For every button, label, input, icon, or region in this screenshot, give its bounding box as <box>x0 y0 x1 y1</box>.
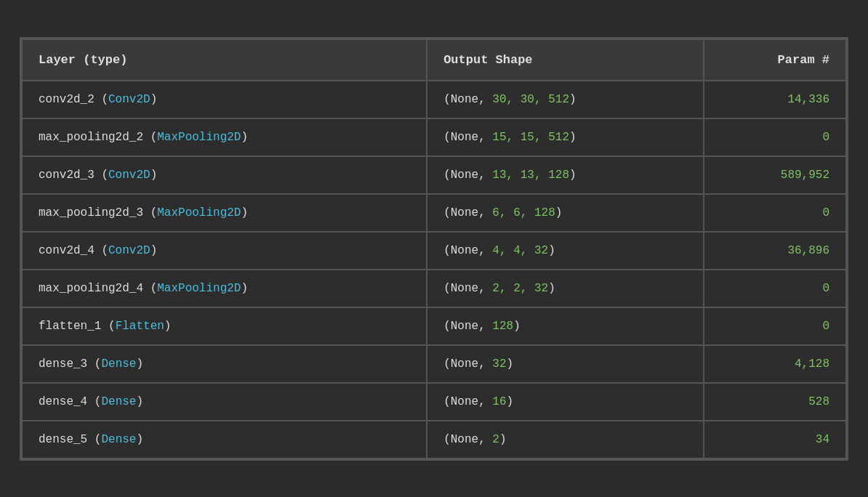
layer-type: Conv2D <box>108 169 150 182</box>
shape-nums: 30, 30, 512 <box>492 93 569 106</box>
cell-param: 589,952 <box>704 156 846 194</box>
shape-suffix: ) <box>569 93 576 106</box>
layer-name: max_pooling2d_4 <box>39 282 143 295</box>
header-layer-type: Layer (type) <box>22 39 427 81</box>
layer-name: max_pooling2d_3 <box>39 206 143 219</box>
cell-param: 0 <box>704 270 846 307</box>
shape-prefix: (None, <box>443 244 492 257</box>
cell-shape: (None, 2, 2, 32) <box>427 270 704 307</box>
layer-name: flatten_1 <box>39 320 101 333</box>
table-row: max_pooling2d_4 (MaxPooling2D)(None, 2, … <box>22 270 846 307</box>
layer-name: max_pooling2d_2 <box>39 131 143 144</box>
header-param: Param # <box>704 39 846 81</box>
shape-prefix: (None, <box>443 206 492 219</box>
layer-name: conv2d_3 <box>39 169 95 182</box>
cell-param: 36,896 <box>704 232 846 270</box>
cell-layer: conv2d_2 (Conv2D) <box>22 81 427 118</box>
shape-prefix: (None, <box>443 433 492 446</box>
cell-shape: (None, 15, 15, 512) <box>427 118 704 156</box>
shape-nums: 4, 4, 32 <box>492 244 548 257</box>
table-row: dense_3 (Dense)(None, 32)4,128 <box>22 345 846 383</box>
layer-name: dense_4 <box>39 395 87 408</box>
shape-nums: 16 <box>492 395 506 408</box>
layer-type: Flatten <box>116 320 164 333</box>
shape-suffix: ) <box>513 320 521 333</box>
cell-param: 0 <box>704 118 846 156</box>
cell-layer: max_pooling2d_3 (MaxPooling2D) <box>22 194 427 232</box>
table-row: dense_5 (Dense)(None, 2)34 <box>22 421 846 458</box>
shape-prefix: (None, <box>443 282 492 295</box>
cell-shape: (None, 2) <box>427 421 704 458</box>
cell-shape: (None, 32) <box>427 345 704 383</box>
model-summary-table: Layer (type) Output Shape Param # conv2d… <box>20 37 848 461</box>
table-row: conv2d_4 (Conv2D)(None, 4, 4, 32)36,896 <box>22 232 846 270</box>
cell-layer: max_pooling2d_2 (MaxPooling2D) <box>22 118 427 156</box>
layer-type: MaxPooling2D <box>157 131 241 144</box>
header-output-shape: Output Shape <box>427 39 704 81</box>
layer-type: MaxPooling2D <box>157 282 241 295</box>
layer-name: conv2d_4 <box>39 244 95 257</box>
shape-nums: 128 <box>492 320 513 333</box>
shape-suffix: ) <box>569 131 576 144</box>
cell-param: 0 <box>704 194 846 232</box>
shape-suffix: ) <box>555 206 563 219</box>
shape-suffix: ) <box>569 169 576 182</box>
table-row: dense_4 (Dense)(None, 16)528 <box>22 383 846 421</box>
shape-suffix: ) <box>548 244 555 257</box>
cell-layer: dense_4 (Dense) <box>22 383 427 421</box>
layer-type: MaxPooling2D <box>157 206 241 219</box>
table-row: max_pooling2d_2 (MaxPooling2D)(None, 15,… <box>22 118 846 156</box>
cell-shape: (None, 4, 4, 32) <box>427 232 704 270</box>
shape-prefix: (None, <box>443 395 492 408</box>
cell-shape: (None, 6, 6, 128) <box>427 194 704 232</box>
shape-prefix: (None, <box>443 357 492 371</box>
table-row: flatten_1 (Flatten)(None, 128)0 <box>22 307 846 345</box>
shape-suffix: ) <box>507 357 514 371</box>
layer-type: Conv2D <box>108 93 150 106</box>
layer-type: Dense <box>101 357 136 371</box>
table-row: conv2d_3 (Conv2D)(None, 13, 13, 128)589,… <box>22 156 846 194</box>
layer-name: conv2d_2 <box>39 93 95 106</box>
shape-nums: 32 <box>492 357 506 371</box>
layer-type: Dense <box>101 395 136 408</box>
layer-name: dense_3 <box>39 357 87 371</box>
shape-nums: 2, 2, 32 <box>492 282 548 295</box>
shape-suffix: ) <box>499 433 507 446</box>
cell-param: 4,128 <box>704 345 846 383</box>
shape-prefix: (None, <box>443 93 492 106</box>
shape-nums: 6, 6, 128 <box>492 206 555 219</box>
shape-prefix: (None, <box>443 320 492 333</box>
layer-name: dense_5 <box>39 433 87 446</box>
shape-nums: 15, 15, 512 <box>492 131 569 144</box>
shape-suffix: ) <box>548 282 555 295</box>
cell-shape: (None, 13, 13, 128) <box>427 156 704 194</box>
shape-nums: 2 <box>492 433 499 446</box>
cell-shape: (None, 30, 30, 512) <box>427 81 704 118</box>
cell-param: 0 <box>704 307 846 345</box>
cell-param: 34 <box>704 421 846 458</box>
cell-shape: (None, 16) <box>427 383 704 421</box>
shape-nums: 13, 13, 128 <box>492 169 569 182</box>
cell-layer: flatten_1 (Flatten) <box>22 307 427 345</box>
layer-type: Dense <box>101 433 136 446</box>
table-header-row: Layer (type) Output Shape Param # <box>22 39 846 81</box>
cell-layer: dense_5 (Dense) <box>22 421 427 458</box>
cell-layer: conv2d_4 (Conv2D) <box>22 232 427 270</box>
cell-shape: (None, 128) <box>427 307 704 345</box>
table-row: conv2d_2 (Conv2D)(None, 30, 30, 512)14,3… <box>22 81 846 118</box>
cell-layer: dense_3 (Dense) <box>22 345 427 383</box>
cell-layer: conv2d_3 (Conv2D) <box>22 156 427 194</box>
shape-suffix: ) <box>507 395 514 408</box>
cell-param: 14,336 <box>704 81 846 118</box>
shape-prefix: (None, <box>443 169 492 182</box>
shape-prefix: (None, <box>443 131 492 144</box>
layer-type: Conv2D <box>108 244 150 257</box>
cell-layer: max_pooling2d_4 (MaxPooling2D) <box>22 270 427 307</box>
table-row: max_pooling2d_3 (MaxPooling2D)(None, 6, … <box>22 194 846 232</box>
cell-param: 528 <box>704 383 846 421</box>
